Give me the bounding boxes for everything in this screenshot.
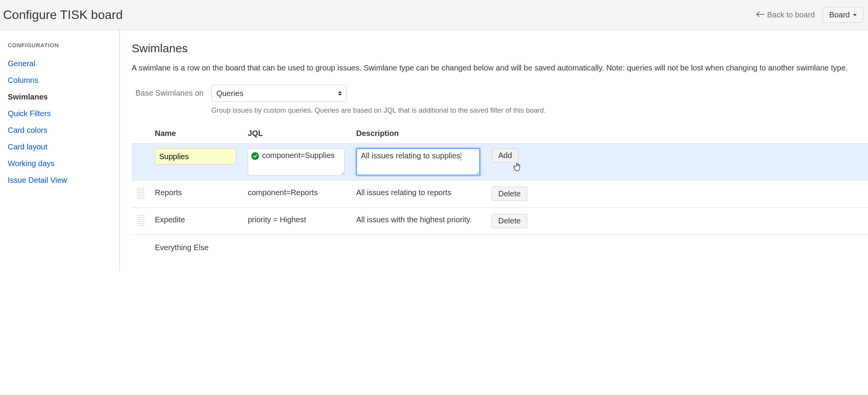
pointer-cursor-icon: [513, 162, 522, 172]
text-cursor: [461, 152, 461, 161]
select-caret-icon: [338, 91, 342, 96]
base-swimlanes-label: Base Swimlanes on: [132, 85, 204, 98]
section-description: A swimlane is a row on the board that ca…: [132, 62, 868, 74]
sidebar-item-quick-filters[interactable]: Quick Filters: [8, 105, 112, 122]
swimlane-row-everything-else: Everything Else: [132, 234, 868, 259]
add-swimlane-button[interactable]: Add: [492, 148, 519, 163]
sidebar-heading: CONFIGURATION: [8, 42, 112, 48]
back-to-board-link[interactable]: Back to board: [756, 10, 815, 19]
board-dropdown-button[interactable]: Board: [823, 7, 863, 23]
th-description: Description: [356, 129, 492, 138]
swimlane-name-input[interactable]: [155, 148, 236, 165]
swimlane-name: Everything Else: [155, 241, 248, 253]
sidebar-item-general[interactable]: General: [8, 55, 112, 72]
sidebar-item-card-colors[interactable]: Card colors: [8, 122, 112, 139]
delete-swimlane-button[interactable]: Delete: [492, 187, 527, 201]
drag-handle-icon[interactable]: [137, 187, 144, 200]
sidebar-item-card-layout[interactable]: Card layout: [8, 139, 112, 155]
section-title: Swimlanes: [132, 42, 868, 55]
base-swimlanes-row: Base Swimlanes on Queries Group issues b…: [132, 85, 868, 115]
base-swimlanes-value: Queries: [216, 89, 244, 98]
swimlane-row: Expedite priority = Highest All issues w…: [132, 207, 868, 234]
swimlane-jql-text: component=Supplies: [262, 151, 335, 160]
swimlane-jql-input[interactable]: component=Supplies: [248, 148, 345, 175]
th-jql: JQL: [248, 129, 356, 138]
back-to-board-label: Back to board: [767, 10, 815, 19]
config-sidebar: CONFIGURATION General Columns Swimlanes …: [0, 30, 120, 271]
swimlane-name: Expedite: [155, 214, 248, 225]
sidebar-item-swimlanes[interactable]: Swimlanes: [8, 89, 112, 105]
swimlane-description: All issues with the highest priority.: [356, 214, 492, 225]
swimlane-jql: component=Reports: [248, 187, 356, 198]
swimlane-description-text: All issues relating to supplies: [361, 151, 460, 160]
header-actions: Back to board Board: [756, 7, 863, 23]
back-arrow-icon: [756, 11, 765, 19]
swimlane-new-row: component=Supplies All issues relating t…: [132, 143, 868, 180]
jql-valid-icon: [251, 152, 259, 160]
main-content: Swimlanes A swimlane is a row on the boa…: [120, 30, 868, 271]
swimlane-jql: priority = Highest: [248, 214, 356, 225]
swimlane-row: Reports component=Reports All issues rel…: [132, 180, 868, 207]
page-header: Configure TISK board Back to board Board: [0, 0, 868, 30]
swimlane-description: All issues relating to reports: [356, 187, 492, 198]
sidebar-item-issue-detail[interactable]: Issue Detail View: [8, 172, 112, 189]
caret-down-icon: [853, 14, 857, 16]
base-swimlanes-select[interactable]: Queries: [211, 85, 347, 102]
table-header-row: Name JQL Description: [132, 124, 868, 143]
swimlanes-table: Name JQL Description component=Supplies: [132, 124, 868, 259]
delete-swimlane-button[interactable]: Delete: [492, 214, 527, 228]
th-name: Name: [155, 129, 248, 138]
board-dropdown-label: Board: [829, 10, 850, 19]
swimlane-name: Reports: [155, 187, 248, 198]
drag-handle-icon[interactable]: [137, 215, 144, 227]
sidebar-item-working-days[interactable]: Working days: [8, 155, 112, 172]
page-title: Configure TISK board: [3, 8, 123, 22]
sidebar-item-columns[interactable]: Columns: [8, 72, 112, 89]
swimlane-description-input[interactable]: All issues relating to supplies: [356, 148, 480, 175]
base-swimlanes-hint: Group issues by custom queries. Queries …: [211, 106, 868, 115]
